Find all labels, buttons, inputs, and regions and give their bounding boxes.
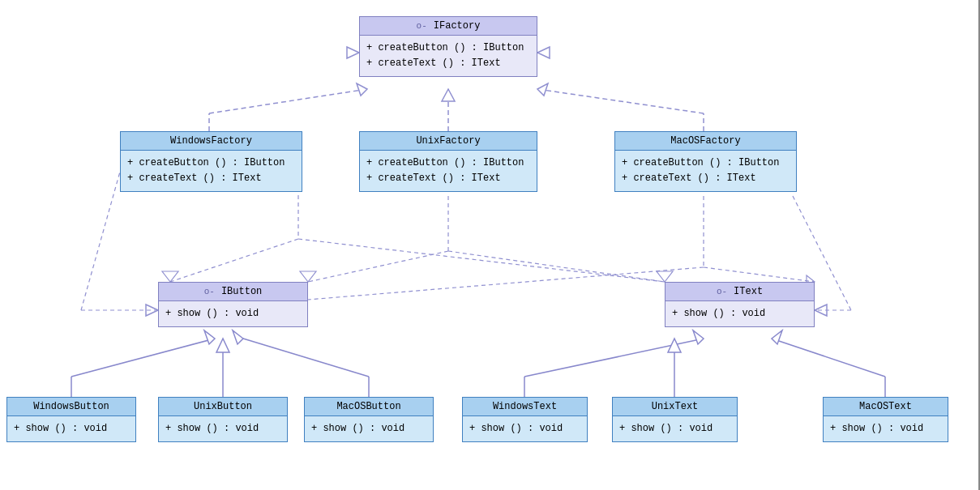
svg-marker-10: [162, 271, 178, 282]
macos-button-body: + show () : void: [305, 416, 433, 441]
svg-marker-21: [347, 47, 359, 58]
diagram-container: o- IFactory + createButton () : IButton …: [0, 0, 980, 490]
svg-line-25: [81, 166, 122, 310]
svg-line-6: [537, 89, 704, 113]
macos-factory-body: + createButton () : IButton + createText…: [615, 151, 796, 191]
ibutton-interface-marker: o-: [204, 287, 215, 296]
windows-factory-box: WindowsFactory + createButton () : IButt…: [120, 131, 302, 192]
svg-marker-41: [668, 339, 681, 352]
windows-factory-method-2: + createText () : IText: [127, 171, 295, 186]
macos-factory-method-2: + createText () : IText: [622, 171, 790, 186]
macos-text-name: MacOSText: [859, 401, 912, 412]
svg-marker-39: [693, 330, 704, 344]
unix-button-body: + show () : void: [159, 416, 287, 441]
windows-factory-header: WindowsFactory: [121, 132, 302, 151]
svg-line-19: [704, 267, 815, 282]
svg-line-3: [209, 89, 367, 113]
svg-line-16: [448, 251, 665, 282]
windows-factory-method-1: + createButton () : IButton: [127, 156, 295, 171]
svg-marker-33: [216, 339, 229, 352]
svg-marker-1: [442, 89, 455, 101]
svg-line-11: [298, 239, 665, 282]
svg-line-18: [308, 267, 704, 300]
ibutton-method-1: + show () : void: [165, 306, 301, 322]
windows-button-body: + show () : void: [7, 416, 135, 441]
svg-line-38: [524, 339, 704, 377]
unix-button-method-1: + show () : void: [165, 421, 280, 437]
windows-text-header: WindowsText: [463, 398, 587, 416]
unix-factory-name: UnixFactory: [416, 135, 480, 147]
ifactory-interface-marker: o-: [417, 21, 427, 31]
unix-factory-body: + createButton () : IButton + createText…: [360, 151, 537, 191]
macos-factory-name: MacOSFactory: [670, 135, 740, 147]
macos-factory-method-1: + createButton () : IButton: [622, 156, 790, 171]
windows-button-header: WindowsButton: [7, 398, 135, 416]
itext-interface-marker: o-: [717, 287, 727, 296]
svg-marker-44: [772, 330, 782, 344]
windows-button-box: WindowsButton + show () : void: [6, 397, 136, 442]
macos-text-body: + show () : void: [824, 416, 948, 441]
unix-factory-method-1: + createButton () : IButton: [366, 156, 530, 171]
macos-text-box: MacOSText + show () : void: [823, 397, 948, 442]
unix-button-box: UnixButton + show () : void: [158, 397, 288, 442]
itext-body: + show () : void: [665, 301, 814, 326]
svg-marker-7: [537, 83, 548, 96]
windows-factory-name: WindowsFactory: [170, 135, 252, 147]
ifactory-method-1: + createButton () : IButton: [366, 40, 530, 56]
unix-button-header: UnixButton: [159, 398, 287, 416]
svg-marker-4: [357, 83, 367, 96]
unix-factory-box: UnixFactory + createButton () : IButton …: [359, 131, 537, 192]
macos-text-header: MacOSText: [824, 398, 948, 416]
windows-text-body: + show () : void: [463, 416, 587, 441]
svg-marker-24: [815, 305, 827, 316]
svg-line-43: [772, 339, 885, 377]
svg-line-35: [243, 339, 369, 377]
unix-text-method-1: + show () : void: [619, 421, 730, 437]
svg-line-30: [71, 339, 215, 377]
ifactory-box: o- IFactory + createButton () : IButton …: [359, 16, 537, 77]
unix-text-body: + show () : void: [613, 416, 737, 441]
itext-method-1: + show () : void: [672, 306, 807, 322]
ibutton-name: IButton: [221, 286, 262, 297]
ifactory-header: o- IFactory: [360, 17, 537, 36]
windows-text-name: WindowsText: [493, 401, 557, 412]
windows-button-name: WindowsButton: [33, 401, 109, 412]
unix-text-name: UnixText: [652, 401, 699, 412]
svg-marker-12: [657, 271, 673, 282]
svg-marker-22: [537, 47, 550, 58]
windows-factory-body: + createButton () : IButton + createText…: [121, 151, 302, 191]
macos-button-box: MacOSButton + show () : void: [304, 397, 434, 442]
macos-factory-header: MacOSFactory: [615, 132, 796, 151]
svg-marker-36: [233, 330, 243, 344]
svg-line-9: [170, 239, 298, 282]
itext-box: o- IText + show () : void: [665, 282, 815, 327]
ifactory-method-2: + createText () : IText: [366, 56, 530, 71]
ifactory-name: IFactory: [434, 20, 481, 32]
svg-line-14: [308, 251, 448, 282]
unix-text-box: UnixText + show () : void: [612, 397, 738, 442]
svg-marker-31: [204, 330, 215, 344]
itext-header: o- IText: [665, 283, 814, 301]
windows-text-box: WindowsText + show () : void: [462, 397, 588, 442]
windows-text-method-1: + show () : void: [469, 421, 580, 437]
unix-text-header: UnixText: [613, 398, 737, 416]
svg-marker-15: [300, 271, 316, 282]
ibutton-body: + show () : void: [159, 301, 307, 326]
svg-marker-23: [146, 305, 158, 316]
ifactory-body: + createButton () : IButton + createText…: [360, 36, 537, 76]
macos-factory-box: MacOSFactory + createButton () : IButton…: [614, 131, 797, 192]
macos-button-header: MacOSButton: [305, 398, 433, 416]
itext-name: IText: [734, 286, 763, 297]
ibutton-header: o- IButton: [159, 283, 307, 301]
windows-button-method-1: + show () : void: [14, 421, 129, 437]
ibutton-box: o- IButton + show () : void: [158, 282, 308, 327]
unix-factory-method-2: + createText () : IText: [366, 171, 530, 186]
unix-factory-header: UnixFactory: [360, 132, 537, 151]
unix-button-name: UnixButton: [194, 401, 252, 412]
macos-button-method-1: + show () : void: [311, 421, 426, 437]
macos-button-name: MacOSButton: [336, 401, 400, 412]
macos-text-method-1: + show () : void: [830, 421, 941, 437]
